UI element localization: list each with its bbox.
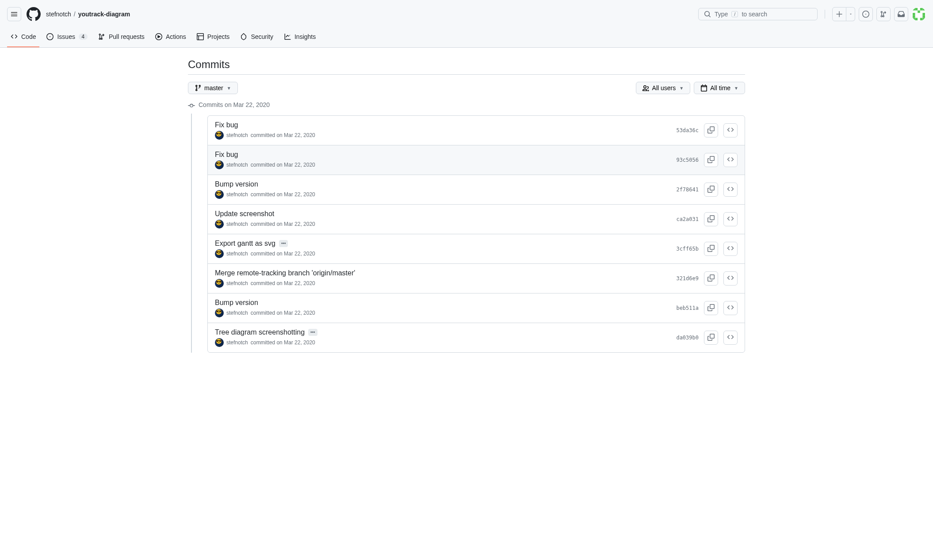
tab-insights[interactable]: Insights: [280, 29, 319, 47]
author-link[interactable]: stefnotch: [226, 280, 248, 286]
author-avatar[interactable]: [215, 220, 224, 229]
commit-title-link[interactable]: Bump version: [215, 180, 258, 188]
author-avatar[interactable]: [215, 160, 224, 169]
commit-actions: 2f78641: [676, 183, 738, 197]
commit-title-link[interactable]: Merge remote-tracking branch 'origin/mas…: [215, 269, 355, 277]
hamburger-menu[interactable]: [7, 7, 21, 21]
issues-shortcut[interactable]: [859, 7, 873, 21]
repo-link[interactable]: youtrack-diagram: [78, 11, 130, 18]
tab-label: Projects: [207, 33, 230, 40]
pull-requests-shortcut[interactable]: [876, 7, 891, 21]
commit-title-link[interactable]: Tree diagram screenshotting: [215, 328, 305, 336]
search-input[interactable]: Type / to search: [698, 8, 818, 20]
copy-sha-button[interactable]: [704, 183, 718, 197]
commit-meta-text: committed on Mar 22, 2020: [251, 251, 315, 257]
commit-ellipsis[interactable]: •••: [279, 240, 288, 247]
author-link[interactable]: stefnotch: [226, 191, 248, 198]
author-link[interactable]: stefnotch: [226, 132, 248, 138]
notifications-button[interactable]: [894, 7, 908, 21]
create-new-caret[interactable]: [846, 7, 855, 21]
copy-sha-button[interactable]: [704, 123, 718, 137]
commit-sha-link[interactable]: beb511a: [676, 305, 699, 311]
commit-row: Bump version stefnotch committed on Mar …: [208, 175, 745, 205]
branch-selector[interactable]: master ▼: [188, 82, 238, 94]
commit-title-link[interactable]: Fix bug: [215, 151, 238, 159]
inbox-icon: [898, 11, 905, 18]
author-avatar[interactable]: [215, 279, 224, 288]
browse-code-button[interactable]: [723, 123, 738, 137]
app-header: stefnotch / youtrack-diagram Type / to s…: [0, 0, 933, 29]
commit-title: Export gantt as svg •••: [215, 240, 669, 248]
commit-meta: stefnotch committed on Mar 22, 2020: [215, 279, 669, 288]
browse-code-button[interactable]: [723, 271, 738, 286]
commit-row: Tree diagram screenshotting ••• stefnotc…: [208, 323, 745, 352]
browse-code-button[interactable]: [723, 212, 738, 226]
copy-sha-button[interactable]: [704, 153, 718, 167]
commit-title-link[interactable]: Bump version: [215, 299, 258, 307]
copy-sha-button[interactable]: [704, 212, 718, 226]
svg-rect-6: [913, 13, 915, 15]
commit-main: Fix bug stefnotch committed on Mar 22, 2…: [215, 121, 669, 140]
browse-code-button[interactable]: [723, 242, 738, 256]
copy-sha-button[interactable]: [704, 271, 718, 286]
caret-icon: ▼: [679, 86, 684, 91]
code-icon: [727, 274, 734, 283]
author-link[interactable]: stefnotch: [226, 339, 248, 346]
create-new-button[interactable]: [832, 7, 846, 21]
author-link[interactable]: stefnotch: [226, 162, 248, 168]
commit-sha-link[interactable]: da039b0: [676, 335, 699, 341]
tab-security[interactable]: Security: [237, 29, 277, 47]
author-avatar[interactable]: [215, 131, 224, 140]
commit-sha-link[interactable]: ca2a031: [676, 216, 699, 222]
commit-sha-link[interactable]: 93c5056: [676, 157, 699, 163]
tab-label: Insights: [294, 33, 316, 40]
author-link[interactable]: stefnotch: [226, 251, 248, 257]
copy-sha-button[interactable]: [704, 331, 718, 345]
commit-title: Bump version: [215, 180, 669, 188]
author-avatar[interactable]: [215, 249, 224, 258]
tab-issues[interactable]: Issues 4: [43, 29, 91, 47]
owner-link[interactable]: stefnotch: [46, 11, 71, 18]
commit-sha-link[interactable]: 2f78641: [676, 187, 699, 193]
commit-main: Bump version stefnotch committed on Mar …: [215, 299, 669, 317]
timeline-line: [191, 114, 192, 353]
search-placeholder-suffix: to search: [742, 11, 767, 18]
git-pull-request-icon: [98, 33, 105, 40]
tab-pull-requests[interactable]: Pull requests: [95, 29, 148, 47]
author-avatar[interactable]: [215, 309, 224, 317]
copy-sha-button[interactable]: [704, 301, 718, 315]
browse-code-button[interactable]: [723, 183, 738, 197]
browse-code-button[interactable]: [723, 301, 738, 315]
commit-title-link[interactable]: Fix bug: [215, 121, 238, 129]
code-icon: [727, 156, 734, 164]
commit-sha-link[interactable]: 321d6e9: [676, 275, 699, 282]
commit-actions: beb511a: [676, 301, 738, 315]
author-link[interactable]: stefnotch: [226, 310, 248, 316]
author-avatar[interactable]: [215, 190, 224, 199]
commit-actions: 53da36c: [676, 123, 738, 137]
tab-code[interactable]: Code: [7, 29, 39, 47]
tab-actions[interactable]: Actions: [152, 29, 190, 47]
commit-title-link[interactable]: Update screenshot: [215, 210, 274, 218]
tab-label: Issues: [57, 33, 75, 40]
commit-sha-link[interactable]: 3cff65b: [676, 246, 699, 252]
author-link[interactable]: stefnotch: [226, 221, 248, 227]
commit-ellipsis[interactable]: •••: [308, 329, 317, 336]
time-filter[interactable]: All time ▼: [694, 82, 745, 94]
user-avatar[interactable]: [912, 7, 926, 21]
browse-code-button[interactable]: [723, 331, 738, 345]
users-filter[interactable]: All users ▼: [636, 82, 691, 94]
graph-icon: [284, 33, 291, 40]
commit-row: Merge remote-tracking branch 'origin/mas…: [208, 264, 745, 293]
commit-main: Tree diagram screenshotting ••• stefnotc…: [215, 328, 669, 347]
copy-sha-button[interactable]: [704, 242, 718, 256]
tab-projects[interactable]: Projects: [193, 29, 233, 47]
identicon-icon: [913, 8, 925, 20]
author-avatar[interactable]: [215, 338, 224, 347]
commit-sha-link[interactable]: 53da36c: [676, 127, 699, 133]
table-icon: [197, 33, 204, 40]
svg-rect-1: [913, 8, 915, 11]
browse-code-button[interactable]: [723, 153, 738, 167]
github-logo[interactable]: [27, 7, 41, 21]
commit-title-link[interactable]: Export gantt as svg: [215, 240, 275, 248]
